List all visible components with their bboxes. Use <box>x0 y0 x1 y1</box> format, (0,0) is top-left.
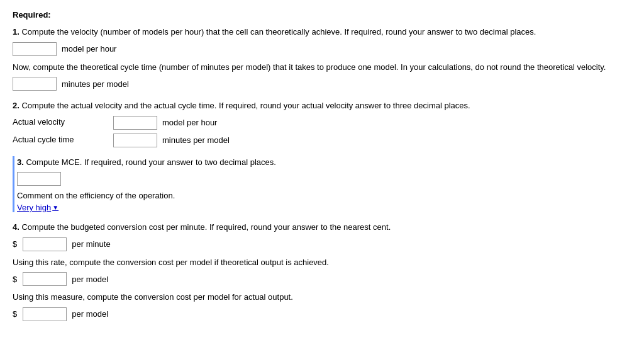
section1-text: 1. Compute the velocity (number of model… <box>13 26 631 38</box>
section2-table: Actual velocity model per hour Actual cy… <box>13 116 631 147</box>
section4-input3-row: $ per model <box>13 307 631 321</box>
dropdown-arrow-icon: ▼ <box>52 204 58 211</box>
required-label: Required: <box>13 10 631 20</box>
section1-description: Compute the velocity (number of models p… <box>21 27 536 37</box>
section4-text2: Using this rate, compute the conversion … <box>13 256 631 269</box>
actual-velocity-label: Actual velocity <box>13 116 113 130</box>
section1-input1-row: model per hour <box>13 42 631 56</box>
velocity-theoretical-input[interactable] <box>13 42 57 56</box>
actual-cycle-time-input-row: minutes per model <box>113 134 631 147</box>
section1-unit1: model per hour <box>62 44 116 54</box>
actual-cycle-time-unit: minutes per model <box>162 135 230 145</box>
actual-velocity-input-row: model per hour <box>113 116 631 130</box>
section2-text: 2. Compute the actual velocity and the a… <box>13 100 631 112</box>
dollar-sign-3: $ <box>13 309 17 319</box>
section1-text2: Now, compute the theoretical cycle time … <box>13 61 631 74</box>
section4-description: Compute the budgeted conversion cost per… <box>21 222 391 232</box>
section-3: 3. Compute MCE. If required, round your … <box>13 156 631 213</box>
conversion-cost-actual-input[interactable] <box>23 307 67 321</box>
section2-description: Compute the actual velocity and the actu… <box>21 101 470 110</box>
cycle-time-theoretical-input[interactable] <box>13 77 57 91</box>
conversion-cost-theoretical-input[interactable] <box>23 272 67 286</box>
dollar-sign-2: $ <box>13 275 17 284</box>
actual-velocity-input[interactable] <box>113 116 157 130</box>
section4-unit1: per minute <box>72 239 110 249</box>
section4-text: 4. Compute the budgeted conversion cost … <box>13 221 631 234</box>
dollar-sign-1: $ <box>13 239 17 249</box>
section1-input2-row: minutes per model <box>13 77 631 91</box>
section-1: 1. Compute the velocity (number of model… <box>13 26 631 91</box>
section4-input1-row: $ per minute <box>13 237 631 251</box>
section4-unit2: per model <box>72 275 108 284</box>
mce-input[interactable] <box>17 172 61 186</box>
comment-text: Comment on the efficiency of the operati… <box>17 191 631 200</box>
dropdown-row: Very high ▼ <box>17 203 631 212</box>
section1-unit2: minutes per model <box>62 79 129 89</box>
section-4: 4. Compute the budgeted conversion cost … <box>13 221 631 321</box>
section3-input-row <box>17 172 631 186</box>
section1-number: 1. <box>13 27 19 37</box>
section2-number: 2. <box>13 101 19 110</box>
section3-number: 3. <box>17 157 24 167</box>
section4-unit3: per model <box>72 309 108 319</box>
section4-input2-row: $ per model <box>13 272 631 286</box>
section3-text: 3. Compute MCE. If required, round your … <box>17 156 631 169</box>
actual-cycle-time-input[interactable] <box>113 134 157 147</box>
comment-row: Comment on the efficiency of the operati… <box>17 191 631 212</box>
section3-description: Compute MCE. If required, round your ans… <box>26 157 275 167</box>
efficiency-value: Very high <box>17 203 51 212</box>
section4-number: 4. <box>13 222 19 232</box>
section4-text3: Using this measure, compute the conversi… <box>13 291 631 304</box>
efficiency-dropdown[interactable]: Very high ▼ <box>17 203 58 212</box>
actual-velocity-unit: model per hour <box>162 118 217 127</box>
section-2: 2. Compute the actual velocity and the a… <box>13 100 631 147</box>
actual-cycle-time-label: Actual cycle time <box>13 134 113 147</box>
conversion-cost-per-minute-input[interactable] <box>23 237 67 251</box>
